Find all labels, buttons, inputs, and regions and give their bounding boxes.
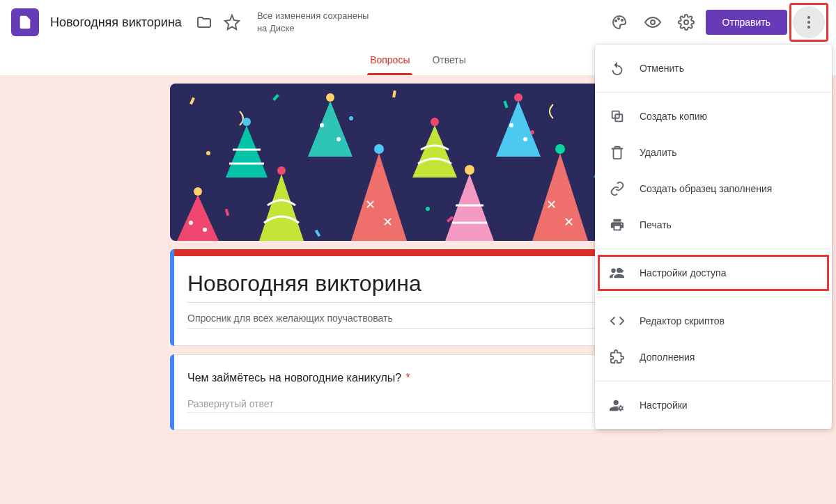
svg-rect-10 xyxy=(272,94,279,101)
header: Новогодняя викторина Все изменения сохра… xyxy=(0,0,836,45)
svg-point-40 xyxy=(431,118,439,126)
form-header-image[interactable]: ✕✕ ✕✕ xyxy=(170,84,666,241)
settings-icon[interactable] xyxy=(672,8,700,36)
theme-icon[interactable] xyxy=(605,8,633,36)
more-menu-button[interactable] xyxy=(793,6,825,38)
svg-point-36 xyxy=(374,144,384,154)
menu-label: Редактор скриптов xyxy=(640,315,725,326)
svg-point-7 xyxy=(807,26,810,29)
svg-point-20 xyxy=(426,207,430,211)
menu-item-undo[interactable]: Отменить xyxy=(595,50,832,86)
svg-text:✕: ✕ xyxy=(564,215,574,229)
menu-separator xyxy=(595,92,832,93)
preview-icon[interactable] xyxy=(639,8,667,36)
svg-rect-14 xyxy=(503,101,508,109)
svg-marker-39 xyxy=(412,125,457,178)
svg-point-48 xyxy=(523,137,527,141)
card-accent-left xyxy=(170,249,174,346)
print-icon xyxy=(609,216,626,233)
tab-responses[interactable]: Ответы xyxy=(421,45,477,75)
svg-point-25 xyxy=(189,221,193,225)
svg-point-19 xyxy=(349,116,353,120)
menu-item-print[interactable]: Печать xyxy=(595,207,832,243)
required-asterisk: * xyxy=(406,372,410,384)
card-accent-left xyxy=(170,354,174,430)
svg-point-3 xyxy=(651,20,655,24)
svg-point-5 xyxy=(807,16,810,19)
menu-label: Удалить xyxy=(640,147,676,158)
save-status-line1: Все изменения сохранены xyxy=(257,10,369,22)
person-settings-icon xyxy=(609,397,626,414)
svg-point-28 xyxy=(242,118,251,126)
svg-point-30 xyxy=(277,166,286,175)
svg-text:✕: ✕ xyxy=(382,215,393,229)
svg-rect-12 xyxy=(392,90,396,98)
svg-point-42 xyxy=(465,165,474,175)
menu-label: Создать образец заполнения xyxy=(640,183,772,194)
svg-marker-35 xyxy=(351,153,407,241)
document-title[interactable]: Новогодняя викторина xyxy=(50,15,182,30)
svg-rect-9 xyxy=(225,209,229,216)
forms-logo[interactable] xyxy=(11,8,39,36)
svg-text:✕: ✕ xyxy=(546,198,557,212)
menu-item-sharing[interactable]: Настройки доступа xyxy=(595,255,832,291)
svg-point-4 xyxy=(684,20,688,24)
svg-marker-27 xyxy=(226,125,268,178)
undo-icon xyxy=(609,60,626,77)
star-icon[interactable] xyxy=(218,8,246,36)
svg-point-34 xyxy=(336,137,341,141)
svg-marker-23 xyxy=(177,195,219,241)
add-collaborators-icon xyxy=(609,265,626,281)
svg-rect-8 xyxy=(189,97,195,105)
long-answer-placeholder: Развернутый ответ xyxy=(187,398,649,413)
tab-questions[interactable]: Вопросы xyxy=(359,45,421,75)
menu-item-prefill[interactable]: Создать образец заполнения xyxy=(595,171,832,207)
svg-marker-49 xyxy=(532,153,588,241)
svg-text:✕: ✕ xyxy=(365,198,376,212)
move-to-folder-icon[interactable] xyxy=(190,8,218,36)
menu-label: Отменить xyxy=(640,63,684,74)
svg-marker-45 xyxy=(496,101,541,157)
header-actions: Отправить xyxy=(605,6,825,38)
menu-separator xyxy=(595,381,832,381)
menu-item-settings[interactable]: Настройки xyxy=(595,387,832,423)
menu-item-addons[interactable]: Дополнения xyxy=(595,339,832,375)
svg-point-33 xyxy=(320,123,324,127)
svg-point-6 xyxy=(807,21,810,24)
menu-label: Печать xyxy=(640,219,672,230)
question-card[interactable]: Чем займётесь на новогодние каникулы? * … xyxy=(170,354,666,430)
question-title[interactable]: Чем займётесь на новогодние каникулы? * xyxy=(187,372,649,384)
save-status: Все изменения сохранены на Диске xyxy=(257,10,369,35)
link-icon xyxy=(609,180,626,197)
card-accent-top xyxy=(170,249,666,256)
question-title-text: Чем займётесь на новогодние каникулы? xyxy=(187,372,401,384)
copy-icon xyxy=(609,108,626,125)
menu-item-delete[interactable]: Удалить xyxy=(595,134,832,171)
form-title-card[interactable]: Новогодняя викторина Опросник для всех ж… xyxy=(170,249,666,346)
menu-label: Настройки xyxy=(640,400,688,411)
svg-point-1 xyxy=(618,18,619,19)
puzzle-icon xyxy=(609,349,626,365)
svg-point-0 xyxy=(615,20,617,22)
svg-point-46 xyxy=(514,93,522,102)
menu-item-script-editor[interactable]: Редактор скриптов xyxy=(595,303,832,339)
menu-label: Настройки доступа xyxy=(640,267,726,278)
form-title-input[interactable]: Новогодняя викторина xyxy=(187,265,649,303)
menu-label: Дополнения xyxy=(640,352,695,363)
more-menu: Отменить Создать копию Удалить Создать о… xyxy=(595,45,832,429)
trash-icon xyxy=(609,144,626,161)
svg-point-26 xyxy=(203,228,207,232)
save-status-line2: на Диске xyxy=(257,22,369,35)
send-button[interactable]: Отправить xyxy=(706,10,787,35)
svg-marker-41 xyxy=(445,174,494,241)
svg-point-24 xyxy=(194,187,202,196)
svg-marker-29 xyxy=(259,174,304,241)
menu-label: Создать копию xyxy=(640,111,707,122)
svg-rect-11 xyxy=(315,230,320,237)
menu-separator xyxy=(595,249,832,249)
menu-item-copy[interactable]: Создать копию xyxy=(595,98,832,134)
form-description-input[interactable]: Опросник для всех желающих поучаствовать xyxy=(187,303,649,329)
menu-separator xyxy=(595,297,832,297)
code-icon xyxy=(609,313,626,329)
svg-point-47 xyxy=(509,123,513,127)
